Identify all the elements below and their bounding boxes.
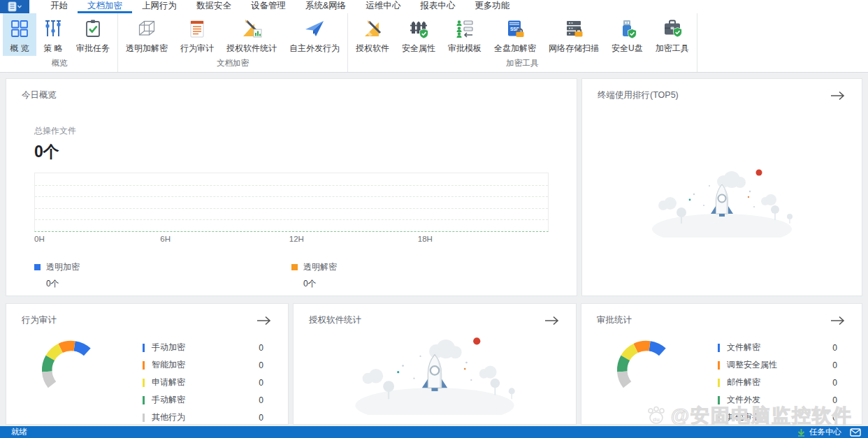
legend-marker [34, 264, 41, 270]
statusbar: 就绪 任务中心 [0, 426, 868, 438]
card-title: 今日概览 [22, 89, 57, 101]
rocket-empty-state-illustration [347, 328, 522, 415]
tab-ops-center[interactable]: 运维中心 [356, 0, 410, 13]
card-arrow-button[interactable] [830, 90, 846, 101]
legend-item[interactable]: 申请解密 0 [143, 377, 263, 388]
approval-stats-gauge-chart [609, 332, 679, 402]
ribbon-group-encryption-tools: 授权软件 安全属性 [348, 13, 697, 72]
ribbon-button-approval-template[interactable]: 审批模板 [442, 13, 488, 56]
app-menu-icon [6, 1, 23, 12]
outgoing-paper-plane-icon [303, 16, 326, 41]
legend-item[interactable]: 智能加密 0 [143, 359, 263, 371]
ribbon-group-label: 加密工具 [349, 56, 695, 72]
tab-device-management[interactable]: 设备管理 [241, 0, 296, 13]
message-icon[interactable] [850, 428, 861, 437]
approval-task-clipboard-icon [82, 16, 103, 41]
legend-item[interactable]: 邮件解密 0 [718, 377, 837, 388]
legend-item[interactable]: 手动解密 0 [143, 394, 263, 406]
card-title: 行为审计 [22, 314, 57, 326]
authorized-software-stats-icon [240, 16, 263, 41]
ribbon-button-full-disk-crypt[interactable]: SSD 全盘加解密 [488, 13, 542, 56]
policy-sliders-icon [43, 16, 64, 41]
network-storage-scan-icon [563, 16, 584, 41]
legend-item[interactable]: 手动加密 0 [143, 342, 263, 353]
ribbon-button-transparent-crypt[interactable]: 透明加解密 [120, 13, 174, 56]
ribbon-group-label: 概览 [3, 56, 116, 72]
ribbon-group-overview: 概 览 策 略 [1, 13, 118, 72]
legend-marker [291, 264, 298, 270]
ribbon-group-label: 文档加密 [120, 56, 346, 72]
card-behavior-audit: 行为审计 手动 [6, 303, 289, 425]
dashboard: 今日概览 总操作文件 0个 0H 6H 12H 18H [0, 73, 868, 430]
menubar: 开始 文档加密 上网行为 数据安全 设备管理 系统&网络 运维中心 报表中心 更… [0, 0, 868, 13]
card-authorized-software-stats: 授权软件统计 [293, 303, 577, 425]
ribbon-button-authorized-software[interactable]: 授权软件 [349, 13, 396, 56]
hourly-area-chart [34, 173, 549, 232]
card-arrow-button[interactable] [256, 315, 273, 326]
overview-grid-icon [9, 16, 30, 41]
transparent-crypt-cube-icon [136, 16, 157, 41]
tab-internet-behavior[interactable]: 上网行为 [132, 0, 187, 13]
app-menu-button[interactable] [0, 0, 29, 13]
ribbon-button-policy[interactable]: 策 略 [36, 13, 70, 56]
legend-item[interactable]: 调整安全属性 0 [718, 359, 837, 371]
x-axis-labels: 0H 6H 12H 18H [34, 235, 549, 246]
ribbon-button-authorized-software-stats[interactable]: 授权软件统计 [220, 13, 283, 56]
tab-data-security[interactable]: 数据安全 [187, 0, 241, 13]
ribbon-button-secure-usb[interactable]: 安全U盘 [605, 13, 649, 56]
ribbon-button-network-storage-scan[interactable]: 网络存储扫描 [542, 13, 605, 56]
approval-template-icon [454, 16, 475, 41]
card-title: 授权软件统计 [309, 314, 361, 326]
behavior-audit-gauge-chart [34, 332, 104, 402]
menu-tabs: 开始 文档加密 上网行为 数据安全 设备管理 系统&网络 运维中心 报表中心 更… [41, 0, 519, 13]
download-arrow-icon [797, 428, 805, 437]
legend-item[interactable]: 其他审批 0 [718, 411, 837, 423]
card-title: 终端使用排行(TOP5) [598, 89, 679, 101]
ribbon-group-document-encryption: 透明加解密 行为审计 [118, 13, 348, 72]
card-title: 审批统计 [597, 314, 632, 326]
tab-start[interactable]: 开始 [41, 0, 78, 13]
security-attribute-icon [408, 16, 429, 41]
behavior-audit-doc-icon [187, 16, 208, 41]
card-today-overview: 今日概览 总操作文件 0个 0H 6H 12H 18H [6, 78, 577, 296]
stat-value: 0个 [34, 141, 577, 163]
stat-label: 总操作文件 [34, 125, 577, 137]
ribbon-button-security-attribute[interactable]: 安全属性 [396, 13, 442, 56]
ribbon-button-crypt-tools[interactable]: 加密工具 [649, 13, 695, 56]
rocket-empty-state-illustration [645, 161, 799, 238]
legend-item[interactable]: 其他行为 0 [143, 411, 263, 423]
ribbon-button-behavior-audit[interactable]: 行为审计 [174, 13, 220, 56]
tab-system-network[interactable]: 系统&网络 [296, 0, 356, 13]
crypt-tools-icon [662, 16, 683, 41]
ribbon-button-outgoing-behavior[interactable]: 自主外发行为 [283, 13, 346, 56]
authorized-software-icon [362, 16, 383, 41]
secure-usb-icon [616, 16, 637, 41]
tab-more-functions[interactable]: 更多功能 [465, 0, 519, 13]
card-arrow-button[interactable] [544, 315, 560, 326]
full-disk-crypt-icon: SSD [505, 16, 526, 41]
status-text: 就绪 [11, 427, 27, 437]
card-approval-stats: 审批统计 文件 [581, 303, 862, 425]
legend-item-transparent-encrypt[interactable]: 透明加密 0个 [34, 261, 291, 290]
tab-report-center[interactable]: 报表中心 [410, 0, 465, 13]
card-terminal-rank: 终端使用排行(TOP5) [581, 78, 862, 296]
legend-item[interactable]: 文件解密 0 [718, 342, 837, 353]
task-center-button[interactable]: 任务中心 [797, 427, 861, 437]
tab-document-encryption[interactable]: 文档加密 [78, 0, 132, 13]
ribbon-button-approval-tasks[interactable]: 审批任务 [70, 13, 116, 56]
ribbon-button-overview[interactable]: 概 览 [3, 13, 36, 56]
ribbon-toolbar: 概 览 策 略 [0, 13, 868, 73]
card-arrow-button[interactable] [830, 315, 846, 326]
legend-item-transparent-decrypt[interactable]: 透明解密 0个 [291, 261, 549, 290]
legend-item[interactable]: 文件外发 0 [718, 394, 837, 406]
